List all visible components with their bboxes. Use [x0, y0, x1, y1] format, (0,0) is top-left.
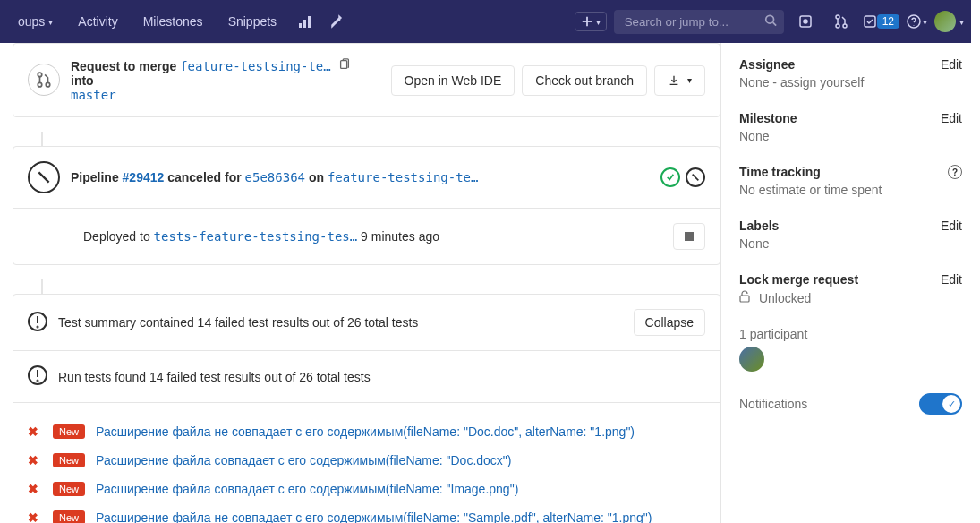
labels-title: Labels [739, 219, 779, 233]
checkout-branch-button[interactable]: Check out branch [522, 65, 647, 96]
milestone-title: Milestone [739, 111, 797, 125]
svg-line-18 [38, 172, 48, 182]
test-link[interactable]: Расширение файла совпадает с его содержи… [96, 453, 511, 467]
assignee-none: None - [739, 75, 780, 90]
svg-point-15 [38, 82, 42, 87]
test-link[interactable]: Расширение файла не совпадает с его соде… [96, 510, 652, 523]
time-tracking-title: Time tracking [739, 165, 821, 179]
merge-requests-icon[interactable] [827, 7, 856, 36]
stage-canceled-icon[interactable] [686, 167, 705, 187]
pipeline-status-icon [28, 161, 60, 193]
labels-block: Labels Edit None [739, 219, 962, 251]
deployed-prefix: Deployed to [83, 229, 150, 244]
fail-icon: ✖ [28, 453, 42, 467]
test-link[interactable]: Расширение файла не совпадает с его соде… [96, 424, 635, 439]
unlock-icon [739, 290, 750, 303]
nav-snippets[interactable]: Snippets [217, 7, 287, 36]
milestone-edit[interactable]: Edit [941, 111, 962, 125]
svg-point-10 [836, 24, 839, 28]
deployment-time: 9 minutes ago [361, 229, 439, 244]
user-menu[interactable]: ▾ [934, 7, 964, 36]
stage-passed-icon[interactable] [660, 167, 680, 187]
admin-icon[interactable] [323, 7, 352, 36]
pipeline-on-text: on [309, 170, 324, 184]
into-text: into [71, 73, 94, 88]
new-badge: New [53, 482, 85, 496]
analytics-icon[interactable] [291, 7, 320, 36]
milestone-block: Milestone Edit None [739, 111, 962, 143]
pipeline-canceled-text: canceled for [167, 170, 241, 184]
test-suite-text: Run tests found 14 failed test results o… [58, 370, 705, 384]
test-result-item: ✖ New Расширение файла не совпадает с ег… [28, 503, 705, 523]
labels-edit[interactable]: Edit [941, 219, 962, 233]
fail-icon: ✖ [28, 482, 42, 496]
lock-title: Lock merge request [739, 272, 858, 287]
stop-environment-button[interactable] [673, 223, 705, 250]
participants-title: 1 participant [739, 327, 807, 341]
test-result-item: ✖ New Расширение файла совпадает с его с… [28, 475, 705, 503]
nav-groups[interactable]: oups ▾ [7, 7, 64, 36]
search-icon [764, 14, 777, 30]
assignee-edit[interactable]: Edit [941, 57, 962, 72]
source-branch-link[interactable]: feature-testsing-te… [180, 59, 331, 73]
labels-body: None [739, 236, 962, 251]
assignee-title: Assignee [739, 57, 795, 72]
test-summary-text: Test summary contained 14 failed test re… [58, 315, 623, 330]
time-tracking-body: No estimate or time spent [739, 183, 962, 197]
test-results-list: ✖ New Расширение файла не совпадает с ег… [13, 403, 720, 523]
top-navbar: oups ▾ Activity Milestones Snippets ▾ [0, 0, 971, 43]
test-suite-row: Run tests found 14 failed test results o… [13, 351, 720, 403]
environment-link[interactable]: tests-feature-testsing-tes… [154, 229, 358, 244]
collapse-button[interactable]: Collapse [634, 309, 705, 336]
warning-icon [28, 312, 47, 334]
download-dropdown[interactable]: ▾ [654, 65, 705, 96]
pipeline-widget: Pipeline #29412 canceled for e5e86364 on… [13, 147, 720, 209]
merge-request-icon [28, 64, 60, 96]
lock-edit[interactable]: Edit [941, 272, 962, 287]
new-dropdown[interactable]: ▾ [575, 12, 607, 31]
participants-block: 1 participant [739, 327, 962, 372]
svg-rect-1 [303, 20, 306, 28]
commit-sha-link[interactable]: e5e86364 [245, 170, 305, 184]
todos-count: 12 [877, 14, 899, 29]
svg-line-19 [693, 175, 699, 181]
search-input[interactable] [614, 10, 784, 34]
sidebar: Assignee Edit None - assign yourself Mil… [720, 43, 980, 523]
notifications-toggle[interactable] [919, 393, 962, 415]
svg-point-5 [765, 15, 773, 23]
test-result-item: ✖ New Расширение файла не совпадает с ег… [28, 417, 705, 446]
copy-branch-icon[interactable] [335, 59, 354, 73]
time-tracking-block: Time tracking ? No estimate or time spen… [739, 165, 962, 197]
svg-point-8 [804, 20, 807, 23]
assign-yourself-link[interactable]: assign yourself [780, 75, 864, 90]
svg-rect-2 [308, 16, 311, 28]
time-tracking-help-icon[interactable]: ? [948, 165, 962, 179]
deployment-row: Deployed to tests-feature-testsing-tes… … [13, 209, 720, 264]
svg-line-6 [772, 22, 776, 26]
request-merge-text: Request to merge [71, 59, 176, 73]
participant-avatar[interactable] [739, 347, 764, 372]
new-badge: New [53, 424, 85, 439]
help-icon[interactable]: ▾ [907, 7, 927, 36]
nav-milestones[interactable]: Milestones [132, 7, 214, 36]
open-web-ide-button[interactable]: Open in Web IDE [391, 65, 516, 96]
svg-point-16 [46, 82, 50, 87]
issues-icon[interactable] [791, 7, 820, 36]
target-branch-link[interactable]: master [71, 88, 116, 102]
assignee-block: Assignee Edit None - assign yourself [739, 57, 962, 90]
svg-rect-0 [299, 23, 302, 28]
milestone-body: None [739, 129, 962, 143]
fail-icon: ✖ [28, 510, 42, 523]
svg-rect-30 [740, 296, 749, 302]
user-avatar [934, 11, 956, 32]
new-badge: New [53, 510, 85, 523]
nav-activity[interactable]: Activity [67, 7, 128, 36]
pipeline-id-link[interactable]: #29412 [123, 170, 165, 184]
pipeline-branch-link[interactable]: feature-testsing-te… [328, 170, 479, 184]
todos-icon[interactable]: 12 [863, 14, 899, 29]
lock-body: Unlocked [739, 290, 962, 305]
svg-point-11 [843, 24, 847, 28]
pipeline-prefix: Pipeline [71, 170, 119, 184]
svg-point-9 [836, 15, 839, 19]
test-link[interactable]: Расширение файла совпадает с его содержи… [96, 482, 518, 496]
